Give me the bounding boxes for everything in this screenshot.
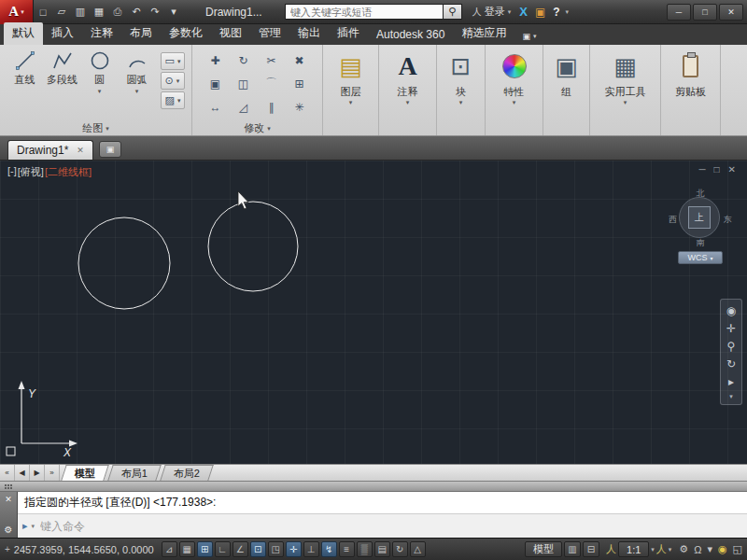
search-icon[interactable]: ⚲ [444, 4, 462, 20]
search-input[interactable] [285, 4, 444, 20]
exchange-icon[interactable]: X [517, 5, 529, 19]
ribbon-tab-home[interactable]: 默认 [4, 22, 43, 45]
ribbon-tab-a360[interactable]: Autodesk 360 [368, 25, 453, 45]
toggle-annotation-monitor[interactable]: △ [410, 541, 426, 557]
redo-button[interactable]: ↷ [147, 3, 163, 21]
panel-draw-footer[interactable]: 绘图 ▾ [0, 121, 191, 135]
quick-view-drawings-button[interactable]: ⊟ [583, 541, 599, 557]
utilities-button[interactable]: ▦ 实用工具 ▾ [590, 45, 660, 108]
clean-screen-icon[interactable]: ◱ [733, 543, 742, 555]
command-dock-grip[interactable] [0, 481, 747, 491]
copy-button[interactable]: ▣ [203, 72, 229, 95]
layers-button[interactable]: ▤ 图层 ▾ [323, 45, 378, 108]
quick-view-layouts-button[interactable]: ▥ [564, 541, 581, 557]
toggle-dyn[interactable]: ↯ [321, 541, 337, 557]
zoom-icon[interactable]: ⚲ [727, 340, 736, 353]
erase-button[interactable]: ✖ [287, 49, 313, 72]
wcs-dropdown[interactable]: WCS ▾ [678, 251, 723, 264]
help-button[interactable]: ? [551, 6, 561, 19]
ribbon-tab-insert[interactable]: 插入 [43, 22, 82, 45]
help-caret-icon[interactable]: ▾ [566, 8, 570, 16]
navbar-caret-icon[interactable]: ▾ [729, 393, 733, 400]
fillet-button[interactable]: ⌒ [259, 72, 285, 95]
properties-button[interactable]: 特性 ▾ [486, 45, 543, 108]
ribbon-tab-featured-apps[interactable]: 精选应用 [453, 22, 514, 45]
ellipse-button[interactable]: ⊙ ▾ [161, 72, 186, 90]
command-customize-icon[interactable]: ⚙ [5, 525, 13, 535]
toggle-grid[interactable]: ⊞ [197, 541, 213, 557]
stretch-button[interactable]: ↔ [203, 95, 229, 119]
undo-button[interactable]: ↶ [128, 3, 145, 21]
annotation-visibility-icon[interactable]: 人 [656, 542, 667, 556]
toggle-transparency[interactable]: ▒ [357, 541, 373, 557]
minimize-button[interactable]: ─ [667, 4, 691, 21]
exchange-apps-icon[interactable]: ▣ [533, 6, 547, 19]
viewcube-top-face[interactable]: 上 [688, 206, 711, 229]
command-prompt-caret-icon[interactable]: ▾ [32, 523, 35, 530]
steering-wheel-icon[interactable]: ◉ [726, 304, 736, 317]
open-file-button[interactable]: ▱ [53, 3, 70, 21]
offset-button[interactable]: ∥ [259, 95, 285, 119]
circle-caret-icon[interactable]: ▾ [98, 88, 102, 95]
scale-button[interactable]: ◿ [231, 95, 257, 119]
ribbon-options-button[interactable]: ▣ ▾ [518, 30, 540, 45]
toggle-ortho[interactable]: ∟ [215, 541, 231, 557]
ribbon-tab-parametric[interactable]: 参数化 [161, 22, 211, 45]
rotate-button[interactable]: ↻ [231, 49, 257, 72]
first-tab-button[interactable]: « [0, 465, 15, 481]
arc-button[interactable]: 圆弧 ▾ [119, 48, 156, 121]
toggle-ducs[interactable]: ⊥ [303, 541, 319, 557]
toggle-polar[interactable]: ∠ [233, 541, 248, 557]
ribbon-tab-manage[interactable]: 管理 [250, 22, 289, 45]
toggle-osnap[interactable]: ⊡ [250, 541, 266, 557]
circle-button[interactable]: 圆 ▾ [81, 48, 119, 121]
prev-tab-button[interactable]: ◀ [15, 465, 30, 481]
toggle-otrack[interactable]: ✛ [286, 541, 302, 557]
ribbon-tab-plugins[interactable]: 插件 [329, 22, 368, 45]
command-close-button[interactable]: ✕ [5, 495, 12, 504]
ribbon-tab-layout[interactable]: 布局 [121, 22, 161, 45]
viewcube-south-label[interactable]: 南 [670, 237, 730, 249]
file-tab-close-icon[interactable]: ✕ [77, 146, 84, 155]
toggle-3d-osnap[interactable]: ◳ [268, 541, 284, 557]
toggle-snap[interactable]: ▦ [179, 541, 195, 557]
drawing-area[interactable]: [-] [俯视] [二维线框] ─ □ ✕ 北 西 东 南 上 [0, 161, 747, 464]
plot-button[interactable]: ⎙ [109, 3, 126, 21]
polyline-button[interactable]: 多段线 [44, 48, 81, 121]
command-prompt-icon[interactable]: ▸ [22, 520, 28, 532]
viewcube-west-label[interactable]: 西 [669, 214, 677, 226]
tab-preview-button[interactable]: ▣ [99, 141, 121, 158]
layout-tab-layout1[interactable]: 布局1 [107, 465, 162, 481]
arc-caret-icon[interactable]: ▾ [135, 88, 139, 95]
mirror-button[interactable]: ◫ [231, 72, 257, 95]
status-menu-caret-icon[interactable]: ▾ [707, 543, 712, 555]
ribbon-tab-annotate[interactable]: 注释 [82, 22, 121, 45]
line-button[interactable]: 直线 [7, 48, 44, 121]
array-button[interactable]: ⊞ [287, 72, 313, 95]
signin-button[interactable]: 人 登录 ▾ [470, 5, 514, 19]
qat-dropdown-button[interactable]: ▾ [165, 3, 182, 21]
toggle-lineweight[interactable]: ≡ [339, 541, 355, 557]
pan-icon[interactable]: ✛ [726, 322, 736, 335]
clipboard-button[interactable]: 剪贴板 [661, 45, 720, 108]
last-tab-button[interactable]: » [45, 465, 60, 481]
rectangle-button[interactable]: ▭ ▾ [161, 52, 186, 70]
panel-modify-footer[interactable]: 修改 ▾ [192, 121, 322, 135]
toggle-selection-cycling[interactable]: ↻ [392, 541, 408, 557]
workspace-switch-icon[interactable]: ⚙ [679, 543, 688, 555]
next-tab-button[interactable]: ▶ [30, 465, 45, 481]
drawn-circle[interactable] [208, 202, 298, 291]
restore-button[interactable]: □ [693, 4, 717, 21]
hatch-button[interactable]: ▨ ▾ [161, 91, 186, 109]
app-menu-button[interactable]: A ▾ [0, 0, 34, 24]
block-button[interactable]: ⊡ 块 ▾ [437, 45, 485, 108]
annotation-scale-caret-icon[interactable]: ▾ [651, 546, 655, 553]
command-input[interactable] [38, 519, 300, 534]
file-tab-drawing1[interactable]: Drawing1* ✕ [7, 140, 93, 160]
save-button[interactable]: ▥ [72, 3, 89, 21]
annotation-auto-caret-icon[interactable]: ▾ [669, 546, 672, 553]
drawn-circle[interactable] [78, 217, 170, 309]
explode-button[interactable]: ✳ [287, 95, 313, 119]
hardware-acceleration-icon[interactable]: ◉ [718, 543, 727, 555]
showmotion-icon[interactable]: ▸ [728, 375, 734, 388]
